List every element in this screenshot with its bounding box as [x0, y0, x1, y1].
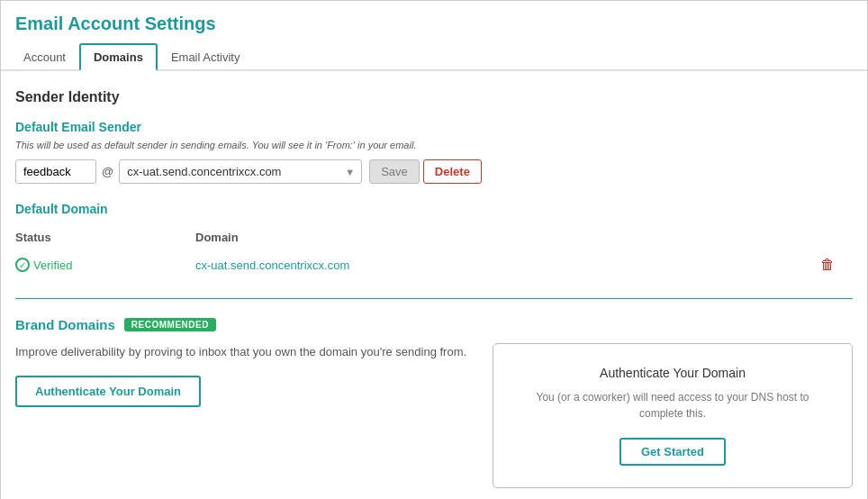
- sender-identity-title: Sender Identity: [15, 89, 853, 105]
- section-divider: [15, 298, 853, 299]
- brand-domains-header: Brand Domains RECOMMENDED: [15, 317, 853, 332]
- authenticate-card-title: Authenticate Your Domain: [520, 366, 825, 380]
- domain-cell: cx-uat.send.concentrixcx.com: [195, 250, 466, 280]
- actions-column-header: [466, 225, 853, 250]
- brand-domains-left: Improve deliverability by proving to inb…: [15, 343, 475, 407]
- content-area: Sender Identity Default Email Sender Thi…: [1, 71, 867, 499]
- authenticate-card-description: You (or a coworker) will need access to …: [520, 389, 825, 422]
- sender-name-input[interactable]: [15, 159, 96, 184]
- domain-table: Status Domain ✓ Verified: [15, 225, 853, 280]
- domain-select-wrapper: cx-uat.send.concentrixcx.com ▼: [119, 159, 362, 184]
- brand-domains-content: Improve deliverability by proving to inb…: [15, 343, 853, 488]
- verified-status: ✓ Verified: [15, 258, 195, 272]
- verified-icon: ✓: [15, 258, 30, 272]
- brand-domains-title: Brand Domains: [15, 317, 115, 332]
- delete-cell: 🗑: [466, 250, 853, 280]
- default-domain-section: Default Domain Status Domain ✓ Verif: [15, 202, 853, 280]
- tab-account[interactable]: Account: [10, 44, 79, 70]
- save-button[interactable]: Save: [369, 159, 420, 184]
- delete-domain-button[interactable]: 🗑: [820, 257, 835, 273]
- domain-column-header: Domain: [195, 225, 466, 250]
- at-sign: @: [100, 165, 115, 178]
- sender-row: @ cx-uat.send.concentrixcx.com ▼ Save De…: [15, 159, 853, 184]
- recommended-badge: RECOMMENDED: [124, 318, 216, 331]
- page-title: Email Account Settings: [1, 1, 867, 43]
- default-email-sender-heading: Default Email Sender: [15, 120, 853, 134]
- status-cell: ✓ Verified: [15, 250, 195, 280]
- status-column-header: Status: [15, 225, 195, 250]
- default-email-sender-section: Default Email Sender This will be used a…: [15, 120, 853, 184]
- brand-domains-description: Improve deliverability by proving to inb…: [15, 343, 475, 361]
- table-row: ✓ Verified cx-uat.send.concentrixcx.com …: [15, 250, 853, 280]
- brand-domains-section: Brand Domains RECOMMENDED Improve delive…: [15, 317, 853, 488]
- tab-email-activity[interactable]: Email Activity: [158, 44, 254, 70]
- default-domain-heading: Default Domain: [15, 202, 853, 216]
- delete-button[interactable]: Delete: [423, 159, 482, 184]
- tabs-bar: Account Domains Email Activity: [1, 43, 867, 71]
- get-started-button[interactable]: Get Started: [619, 438, 726, 466]
- domain-select[interactable]: cx-uat.send.concentrixcx.com: [119, 159, 362, 184]
- authenticate-domain-button[interactable]: Authenticate Your Domain: [15, 376, 201, 407]
- tab-domains[interactable]: Domains: [79, 43, 158, 71]
- authenticate-card: Authenticate Your Domain You (or a cowor…: [493, 343, 853, 488]
- verified-label: Verified: [33, 259, 72, 272]
- domain-link[interactable]: cx-uat.send.concentrixcx.com: [195, 259, 349, 272]
- default-sender-helper-text: This will be used as default sender in s…: [15, 140, 853, 150]
